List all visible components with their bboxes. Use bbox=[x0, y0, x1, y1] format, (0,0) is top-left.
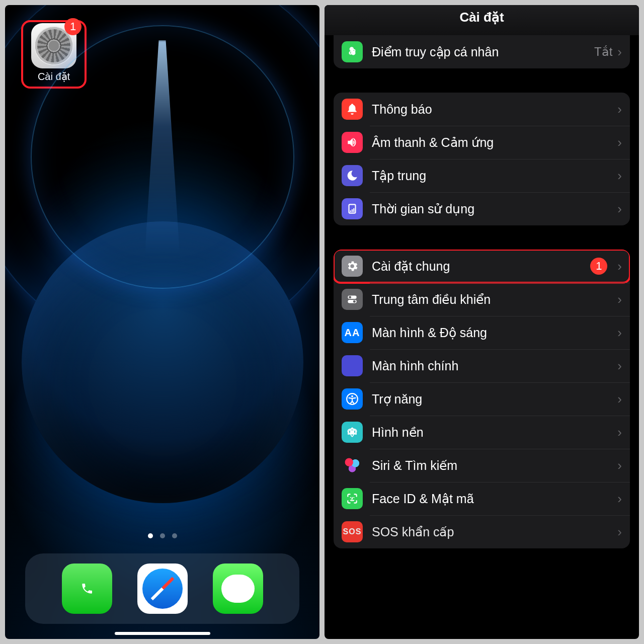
home-indicator[interactable] bbox=[115, 632, 210, 635]
chevron-right-icon: › bbox=[617, 491, 622, 507]
svg-point-1 bbox=[350, 52, 352, 54]
row-general[interactable]: Cài đặt chung 1 › bbox=[334, 250, 630, 283]
row-focus[interactable]: Tập trung › bbox=[334, 159, 630, 192]
row-faceid[interactable]: Face ID & Mật mã › bbox=[334, 482, 630, 515]
safari-app-icon[interactable] bbox=[137, 564, 188, 614]
hotspot-value: Tắt bbox=[594, 45, 612, 59]
header-title: Cài đặt bbox=[325, 5, 639, 35]
faceid-icon bbox=[342, 488, 363, 509]
row-siri[interactable]: Siri & Tìm kiếm › bbox=[334, 449, 630, 482]
row-notifications[interactable]: Thông báo › bbox=[334, 93, 630, 126]
group-general: Cài đặt chung 1 › Trung tâm điều khiển ›… bbox=[334, 250, 630, 548]
display-icon: AA bbox=[342, 322, 363, 343]
siri-icon bbox=[342, 455, 363, 476]
focus-label: Tập trung bbox=[372, 169, 617, 183]
general-badge: 1 bbox=[590, 258, 607, 275]
sounds-icon bbox=[342, 132, 363, 153]
hotspot-icon bbox=[342, 41, 363, 62]
svg-point-8 bbox=[351, 395, 353, 397]
accessibility-icon bbox=[342, 388, 363, 410]
sos-icon: SOS bbox=[342, 521, 363, 542]
row-sounds[interactable]: Âm thanh & Cảm ứng › bbox=[334, 126, 630, 159]
compass-icon bbox=[142, 569, 183, 609]
row-wallpaper[interactable]: Hình nền › bbox=[334, 416, 630, 449]
svg-point-6 bbox=[353, 300, 356, 303]
settings-app-icon[interactable]: 1 bbox=[31, 23, 76, 68]
accessibility-label: Trợ năng bbox=[372, 392, 617, 407]
chevron-right-icon: › bbox=[617, 425, 622, 440]
hotspot-label: Điểm truy cập cá nhân bbox=[372, 45, 594, 59]
group-attention: Thông báo › Âm thanh & Cảm ứng › Tập tru… bbox=[334, 93, 630, 225]
general-icon bbox=[342, 256, 363, 277]
row-screentime[interactable]: Thời gian sử dụng › bbox=[334, 192, 630, 225]
row-sos[interactable]: SOS SOS khẩn cấp › bbox=[334, 515, 630, 548]
home-screen-label: Màn hình chính bbox=[372, 359, 617, 373]
home-screen: 1 Cài đặt bbox=[5, 5, 319, 639]
screentime-label: Thời gian sử dụng bbox=[372, 202, 617, 216]
faceid-label: Face ID & Mật mã bbox=[372, 492, 617, 506]
row-control-center[interactable]: Trung tâm điều khiển › bbox=[334, 283, 630, 316]
chevron-right-icon: › bbox=[617, 391, 622, 407]
control-center-label: Trung tâm điều khiển bbox=[372, 292, 617, 307]
siri-label: Siri & Tìm kiếm bbox=[372, 458, 617, 473]
wallpaper-icon bbox=[342, 422, 363, 443]
wallpaper-label: Hình nền bbox=[372, 425, 617, 440]
display-label: Màn hình & Độ sáng bbox=[372, 326, 617, 340]
chevron-right-icon: › bbox=[617, 292, 622, 307]
chevron-right-icon: › bbox=[617, 524, 622, 540]
settings-screen: Cài đặt Điểm truy cập cá nhân Tắt › Thôn… bbox=[325, 5, 639, 639]
chevron-right-icon: › bbox=[617, 44, 622, 60]
wallpaper-light bbox=[145, 40, 180, 257]
chevron-right-icon: › bbox=[617, 259, 622, 274]
chevron-right-icon: › bbox=[617, 168, 622, 184]
chevron-right-icon: › bbox=[617, 458, 622, 473]
phone-icon bbox=[80, 582, 94, 595]
focus-icon bbox=[342, 165, 363, 186]
home-screen-icon bbox=[342, 355, 363, 376]
wallpaper-planet bbox=[22, 221, 303, 503]
phone-app-icon[interactable] bbox=[62, 564, 112, 614]
settings-app-highlight: 1 Cài đặt bbox=[21, 20, 87, 89]
group-connectivity: Điểm truy cập cá nhân Tắt › bbox=[334, 35, 630, 68]
chevron-right-icon: › bbox=[617, 358, 622, 374]
settings-badge: 1 bbox=[64, 18, 82, 35]
chevron-right-icon: › bbox=[617, 135, 622, 150]
control-center-icon bbox=[342, 289, 363, 310]
row-hotspot[interactable]: Điểm truy cập cá nhân Tắt › bbox=[334, 35, 630, 68]
general-label: Cài đặt chung bbox=[372, 259, 590, 274]
chevron-right-icon: › bbox=[617, 201, 622, 217]
message-bubble-icon bbox=[221, 575, 255, 603]
messages-app-icon[interactable] bbox=[213, 564, 263, 614]
sounds-label: Âm thanh & Cảm ứng bbox=[372, 135, 617, 150]
svg-point-11 bbox=[350, 497, 351, 498]
svg-point-0 bbox=[353, 50, 355, 52]
row-home-screen[interactable]: Màn hình chính › bbox=[334, 349, 630, 382]
row-accessibility[interactable]: Trợ năng › bbox=[334, 382, 630, 416]
dock bbox=[25, 553, 299, 624]
screentime-icon bbox=[342, 198, 363, 219]
chevron-right-icon: › bbox=[617, 102, 622, 117]
page-indicator[interactable] bbox=[148, 533, 177, 538]
notifications-label: Thông báo bbox=[372, 102, 617, 117]
sos-label: SOS khẩn cấp bbox=[372, 525, 617, 539]
svg-point-4 bbox=[349, 296, 351, 298]
chevron-right-icon: › bbox=[617, 325, 622, 341]
notifications-icon bbox=[342, 99, 363, 120]
svg-point-12 bbox=[353, 497, 354, 498]
settings-app-label: Cài đặt bbox=[24, 70, 84, 83]
row-display[interactable]: AA Màn hình & Độ sáng › bbox=[334, 316, 630, 349]
